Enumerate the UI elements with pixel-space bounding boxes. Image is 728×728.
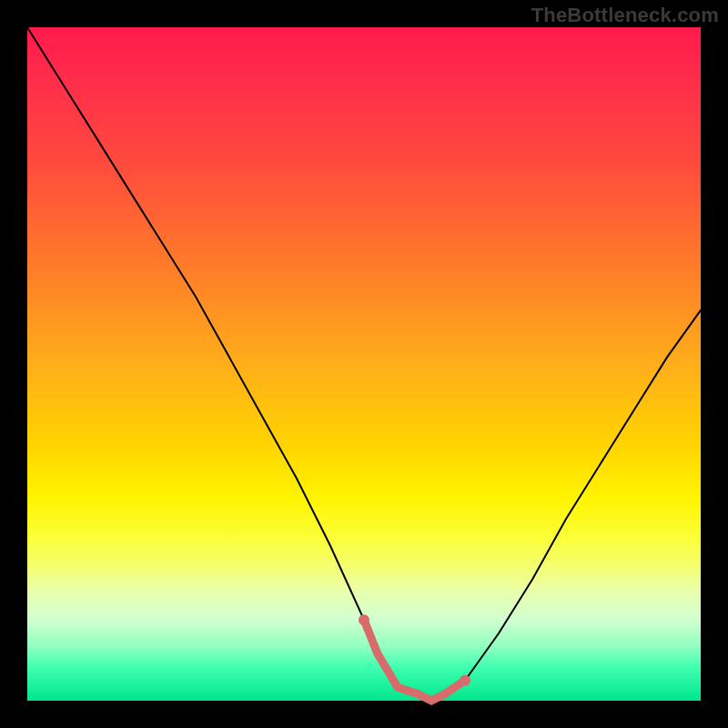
optimal-segment [364, 620, 465, 701]
bottleneck-curve [27, 27, 701, 701]
optimal-segment-endpoint [359, 614, 369, 625]
chart-svg [27, 27, 701, 701]
optimal-segment-endpoint [460, 675, 470, 686]
watermark-text: TheBottleneck.com [531, 4, 719, 27]
chart-plot-area [27, 27, 701, 701]
chart-frame: TheBottleneck.com [0, 0, 728, 728]
